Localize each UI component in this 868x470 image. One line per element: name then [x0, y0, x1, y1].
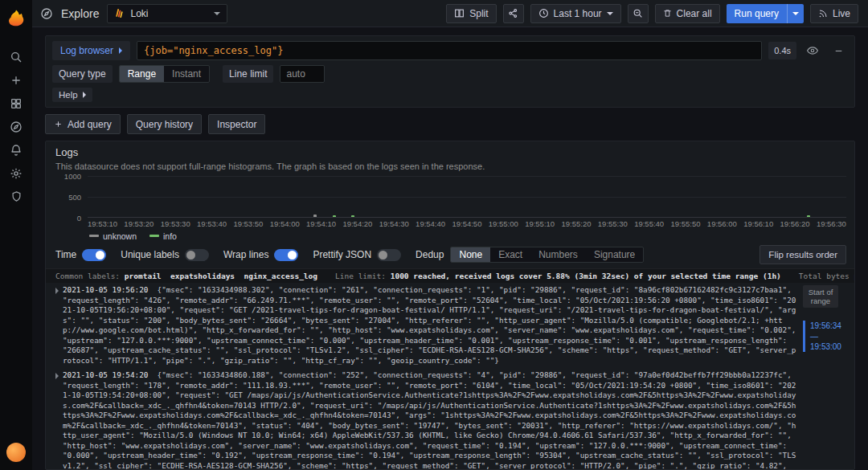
x-tick-label: 19:56:10 [743, 219, 773, 229]
toggle-label-time: Time [55, 249, 76, 260]
share-button[interactable] [503, 4, 524, 23]
dedup-option-exact[interactable]: Exact [490, 247, 530, 262]
y-tick-label: 1000 [55, 172, 81, 181]
flip-results-order-button[interactable]: Flip results order [760, 245, 846, 264]
log-row[interactable]: 2021-10-05 19:56:20 {"msec": "1633434988… [51, 285, 800, 366]
explore-compass-title-icon [40, 7, 53, 20]
zoom-out-button[interactable] [628, 4, 649, 23]
chevron-right-icon [55, 288, 59, 294]
create-plus-icon[interactable] [0, 68, 32, 92]
expand-log-row-button[interactable] [51, 370, 63, 470]
chevron-right-icon [119, 47, 122, 54]
toggle-knob [288, 251, 297, 260]
grafana-logo[interactable] [0, 0, 32, 35]
toggle-knob [379, 251, 387, 260]
toggle-query-visibility-button[interactable] [803, 41, 822, 60]
x-tick-label: 19:55:40 [634, 219, 664, 229]
histogram-plot [88, 176, 846, 218]
chevron-down-icon [214, 12, 220, 15]
log-row[interactable]: 2021-10-05 19:54:20 {"msec": "1633434860… [51, 370, 800, 470]
datasource-picker[interactable]: Loki [107, 4, 227, 23]
x-axis-ticks: 19:53:1019:53:2019:53:3019:53:4019:53:50… [88, 219, 846, 229]
legend-label: unknown [103, 231, 137, 241]
split-button[interactable]: Split [446, 4, 496, 23]
toggle-switch-prettify-json[interactable] [377, 249, 401, 261]
add-query-label: Add query [68, 119, 112, 130]
user-avatar[interactable] [6, 443, 26, 462]
run-query-dropdown[interactable] [787, 4, 804, 23]
log-browser-label: Log browser [60, 45, 113, 56]
x-tick-label: 19:54:10 [306, 219, 336, 229]
x-tick-label: 19:53:30 [161, 219, 190, 229]
toggle-switch-unique-labels[interactable] [185, 249, 209, 261]
line-limit-label: Line limit [223, 65, 273, 83]
remove-query-button[interactable] [829, 41, 848, 60]
dashboards-apps-icon[interactable] [0, 92, 32, 115]
dedup-option-none[interactable]: None [451, 247, 490, 262]
topbar: Explore Loki Split Last 1 hour Clear all… [32, 0, 868, 27]
time-picker-button[interactable]: Last 1 hour [530, 4, 621, 23]
help-button[interactable]: Help [52, 88, 92, 102]
split-icon [454, 8, 465, 18]
live-signal-icon [818, 9, 828, 18]
live-button[interactable]: Live [810, 4, 858, 23]
line-limit-info: Line limit: 1000 reached, received logs … [335, 272, 781, 280]
legend-item-unknown[interactable]: unknown [89, 231, 137, 241]
explore-compass-icon[interactable] [0, 115, 32, 138]
dedup-label: Dedup [416, 249, 444, 260]
alerting-bell-icon[interactable] [0, 138, 32, 161]
search-icon[interactable] [0, 45, 32, 68]
log-nav-time-window[interactable]: 19:56:34 — 19:53:00 [803, 321, 841, 352]
query-history-button[interactable]: Query history [127, 114, 202, 134]
dedup-option-numbers[interactable]: Numbers [530, 247, 586, 262]
loki-logo-icon [114, 8, 125, 18]
line-limit-input[interactable]: auto [280, 65, 325, 83]
dedup-option-signature[interactable]: Signature [586, 247, 643, 262]
x-tick-label: 19:54:40 [416, 219, 445, 229]
log-rows-area: 2021-10-05 19:56:20 {"msec": "1633434988… [51, 285, 850, 470]
query-input[interactable]: {job="nginx_access_log"} [137, 41, 762, 60]
expand-log-row-button[interactable] [51, 285, 63, 366]
configuration-gear-icon[interactable] [0, 161, 32, 185]
x-tick-label: 19:56:00 [707, 219, 737, 229]
add-query-button[interactable]: Add query [45, 114, 121, 134]
clear-all-button[interactable]: Clear all [655, 4, 720, 23]
log-nav-newest-time: 19:56:34 [810, 321, 841, 331]
toggle-unique-labels: Unique labels [121, 249, 209, 261]
y-tick-label: 500 [55, 193, 81, 202]
x-tick-label: 19:54:00 [270, 219, 300, 229]
toggle-switch-time[interactable] [82, 249, 106, 261]
chevron-right-icon [83, 92, 86, 98]
query-type-option-instant[interactable]: Instant [164, 66, 209, 82]
x-tick-label: 19:56:20 [780, 219, 810, 229]
page-title: Explore [61, 7, 99, 20]
query-editor-panel: Log browser {job="nginx_access_log"} 0.4… [45, 35, 855, 108]
log-navigation: Start of range 19:56:34 — 19:53:00 [803, 285, 850, 352]
query-type-option-range[interactable]: Range [120, 66, 164, 82]
legend-item-info[interactable]: info [149, 231, 177, 241]
x-tick-label: 19:54:30 [379, 219, 409, 229]
query-row: Log browser {job="nginx_access_log"} 0.4… [52, 41, 848, 60]
histogram-bar [351, 215, 354, 217]
toggle-time: Time [55, 249, 106, 261]
log-browser-button[interactable]: Log browser [52, 41, 130, 60]
inspector-button[interactable]: Inspector [208, 114, 265, 134]
log-timestamp: 2021-10-05 19:54:20 [63, 370, 148, 379]
clock-icon [538, 8, 549, 18]
run-query-button[interactable]: Run query [727, 4, 804, 23]
server-admin-shield-icon[interactable] [0, 185, 32, 208]
legend-label: info [163, 231, 177, 241]
chevron-down-icon [607, 12, 613, 15]
histogram-note: This datasource does not support full-ra… [46, 161, 854, 171]
run-query-label[interactable]: Run query [727, 4, 787, 23]
x-tick-label: 19:54:50 [452, 219, 481, 229]
log-content: {"msec": "1633434988.302", "connection":… [63, 285, 800, 365]
logs-controls-toggles: TimeUnique labelsWrap linesPrettify JSON [55, 249, 416, 261]
legend-swatch [149, 235, 159, 237]
plus-icon [54, 120, 63, 129]
toggle-switch-wrap-lines[interactable] [274, 249, 298, 261]
logs-histogram: 1000 500 0 19:53:1019:53:2019:53:3019:53… [55, 176, 846, 241]
help-label: Help [59, 90, 78, 100]
y-tick-label: 0 [55, 214, 81, 223]
start-of-range-button[interactable]: Start of range [803, 285, 838, 308]
